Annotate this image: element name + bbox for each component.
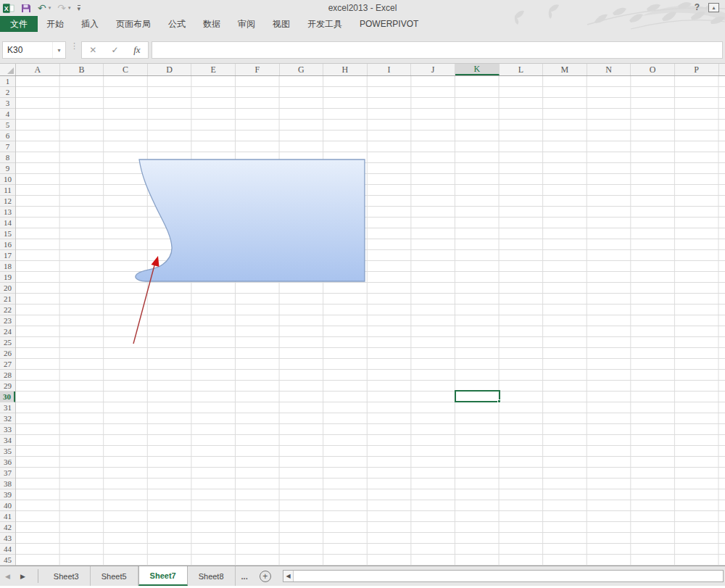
column-header-O[interactable]: O [631,64,675,75]
row-header-3[interactable]: 3 [0,98,15,109]
ribbon-tab-文件[interactable]: 文件 [0,16,38,32]
row-header-36[interactable]: 36 [0,457,15,468]
row-header-12[interactable]: 12 [0,196,15,207]
row-header-19[interactable]: 19 [0,272,15,283]
row-header-42[interactable]: 42 [0,522,15,533]
save-icon[interactable] [21,4,31,13]
row-header-23[interactable]: 23 [0,315,15,326]
row-header-45[interactable]: 45 [0,555,15,566]
row-header-38[interactable]: 38 [0,479,15,489]
column-header-G[interactable]: G [280,64,324,75]
column-header-H[interactable]: H [323,64,368,75]
row-header-44[interactable]: 44 [0,544,15,555]
row-header-40[interactable]: 40 [0,500,15,511]
row-header-28[interactable]: 28 [0,370,15,381]
row-header-25[interactable]: 25 [0,337,15,348]
row-header-10[interactable]: 10 [0,174,15,185]
scroll-left-icon[interactable]: ◀ [283,571,294,581]
row-header-34[interactable]: 34 [0,435,15,446]
row-header-5[interactable]: 5 [0,120,15,131]
undo-dropdown-icon[interactable]: ▾ [49,5,51,11]
column-header-N[interactable]: N [587,64,631,75]
row-header-18[interactable]: 18 [0,261,15,272]
ribbon-display-options-icon[interactable]: ▴ [708,3,719,12]
ribbon-tab-开发工具[interactable]: 开发工具 [299,16,351,32]
column-header-L[interactable]: L [500,64,544,75]
row-header-31[interactable]: 31 [0,402,15,413]
row-header-8[interactable]: 8 [0,152,15,163]
row-header-37[interactable]: 37 [0,468,15,479]
scrollbar-thumb[interactable] [294,571,723,581]
row-header-22[interactable]: 22 [0,305,15,315]
ribbon-tab-数据[interactable]: 数据 [194,16,229,32]
formula-bar-drag-handle[interactable]: ⋮ [70,44,78,48]
row-header-2[interactable]: 2 [0,87,15,98]
horizontal-scrollbar[interactable]: ◀ [283,570,724,582]
row-header-33[interactable]: 33 [0,424,15,435]
worksheet-grid[interactable]: 1234567891011121314151617181920212223242… [0,76,725,566]
row-header-16[interactable]: 16 [0,239,15,250]
sheet-overflow[interactable]: ... [236,566,254,586]
fill-handle[interactable] [497,399,501,403]
column-header-D[interactable]: D [148,64,192,75]
formula-input[interactable] [152,41,723,59]
customize-qat-icon[interactable]: ▾ [78,5,81,11]
cancel-button[interactable]: ✕ [82,45,104,55]
row-header-27[interactable]: 27 [0,359,15,370]
name-box[interactable]: K30 ▾ [2,41,66,59]
row-header-9[interactable]: 9 [0,163,15,174]
column-header-M[interactable]: M [543,64,587,75]
help-icon[interactable]: ? [695,2,700,12]
new-sheet-button[interactable]: + [260,571,271,582]
row-header-13[interactable]: 13 [0,207,15,218]
ribbon-tab-视图[interactable]: 视图 [264,16,299,32]
column-header-B[interactable]: B [60,64,104,75]
select-all-corner[interactable] [0,64,16,75]
row-header-35[interactable]: 35 [0,446,15,457]
name-box-dropdown-icon[interactable]: ▾ [52,42,65,58]
sheet-nav-right-icon[interactable]: ▶ [15,566,30,586]
column-header-I[interactable]: I [368,64,412,75]
grid-cells-background[interactable] [16,76,725,566]
row-header-39[interactable]: 39 [0,489,15,500]
column-header-A[interactable]: A [16,64,60,75]
row-header-7[interactable]: 7 [0,141,15,152]
excel-logo-icon[interactable]: X [3,3,14,14]
row-header-41[interactable]: 41 [0,511,15,522]
row-header-30[interactable]: 30 [0,392,15,402]
row-header-21[interactable]: 21 [0,294,15,305]
row-header-15[interactable]: 15 [0,228,15,239]
row-header-4[interactable]: 4 [0,109,15,120]
ribbon-tab-公式[interactable]: 公式 [160,16,194,32]
undo-icon[interactable]: ↶ [38,3,46,13]
row-header-32[interactable]: 32 [0,413,15,424]
ribbon-tab-页面布局[interactable]: 页面布局 [107,16,160,32]
row-header-26[interactable]: 26 [0,348,15,359]
ribbon-tab-开始[interactable]: 开始 [38,16,72,32]
sheet-tab-Sheet7[interactable]: Sheet7 [138,566,188,586]
row-header-24[interactable]: 24 [0,326,15,337]
column-header-P[interactable]: P [675,64,719,75]
row-header-17[interactable]: 17 [0,250,15,261]
column-header-K[interactable]: K [455,64,500,75]
row-header-20[interactable]: 20 [0,283,15,294]
column-header-C[interactable]: C [104,64,148,75]
insert-function-button[interactable]: fx [126,44,148,56]
sheet-nav-left-icon[interactable]: ◀ [0,566,15,586]
selected-cell-K30[interactable] [455,390,500,402]
row-header-6[interactable]: 6 [0,131,15,141]
row-header-43[interactable]: 43 [0,533,15,544]
row-header-29[interactable]: 29 [0,381,15,392]
row-header-1[interactable]: 1 [0,76,15,87]
ribbon-tab-插入[interactable]: 插入 [72,16,107,32]
row-header-11[interactable]: 11 [0,185,15,196]
sheet-tab-Sheet8[interactable]: Sheet8 [188,566,236,586]
ribbon-tab-POWERPIVOT[interactable]: POWERPIVOT [351,16,427,32]
ribbon-tab-审阅[interactable]: 审阅 [229,16,264,32]
sheet-tab-Sheet3[interactable]: Sheet3 [43,566,91,586]
column-header-J[interactable]: J [411,64,455,75]
column-header-E[interactable]: E [191,64,236,75]
enter-button[interactable]: ✓ [104,45,125,55]
sheet-tab-Sheet5[interactable]: Sheet5 [91,566,138,586]
column-header-F[interactable]: F [236,64,280,75]
